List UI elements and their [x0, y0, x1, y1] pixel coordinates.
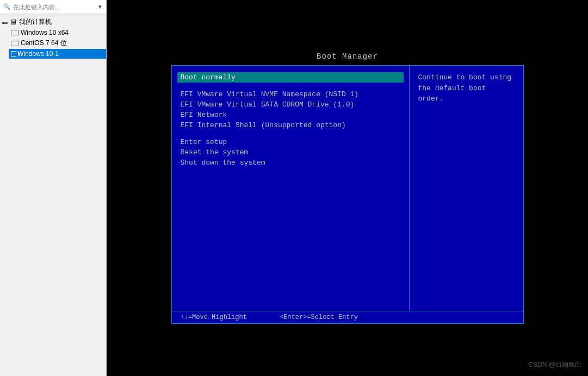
search-icon: 🔍: [3, 3, 11, 10]
vm-list: Windows 10 x64 CentOS 7 64 位 ▶ Windows 1…: [0, 28, 106, 59]
boot-menu-panel: Boot normally EFI VMware Virtual NVME Na…: [171, 65, 410, 311]
menu-item-efi-nvme[interactable]: EFI VMware Virtual NVME Namespace (NSID …: [181, 89, 400, 99]
main-area: Boot Manager Boot normally EFI VMware Vi…: [107, 0, 588, 376]
menu-item-boot-normally[interactable]: Boot normally: [177, 72, 404, 83]
menu-item-reset[interactable]: Reset the system: [181, 147, 400, 158]
menu-separator-1: [181, 83, 400, 89]
menu-item-efi-network[interactable]: EFI Network: [181, 110, 400, 120]
sidebar-item-win10x64[interactable]: Windows 10 x64: [9, 28, 106, 37]
sidebar-item-win10-1[interactable]: ▶ Windows 10-1: [9, 49, 106, 59]
tree-item-label: CentOS 7 64 位: [21, 39, 67, 48]
menu-item-shutdown[interactable]: Shut down the system: [181, 158, 400, 168]
tree-item-label: Windows 10-1: [17, 50, 59, 58]
search-input[interactable]: [13, 4, 97, 10]
menu-separator-2: [181, 130, 400, 137]
tree-item-label: Windows 10 x64: [21, 29, 69, 36]
boot-info-text: Continue to boot using the default boot …: [418, 73, 512, 103]
chevron-down-icon: ▼: [97, 4, 103, 10]
status-navigate: ↑↓=Move Highlight: [181, 314, 247, 321]
boot-status-bar: ↑↓=Move Highlight <Enter>=Select Entry: [171, 311, 524, 324]
boot-info-panel: Continue to boot using the default boot …: [410, 65, 524, 311]
boot-screen: Boot Manager Boot normally EFI VMware Vi…: [171, 52, 524, 324]
vm-icon: [11, 30, 18, 35]
boot-content: Boot normally EFI VMware Virtual NVME Na…: [171, 65, 524, 311]
status-select: <Enter>=Select Entry: [280, 314, 358, 321]
vm-tree: ▬ 🖥 我的计算机 Windows 10 x64 CentOS 7 64 位 ▶…: [0, 14, 106, 61]
sidebar: 🔍 ▼ ▬ 🖥 我的计算机 Windows 10 x64 CentOS 7 64…: [0, 0, 107, 376]
menu-item-enter-setup[interactable]: Enter setup: [181, 137, 400, 147]
tree-root-label: 我的计算机: [19, 17, 52, 27]
menu-item-efi-shell[interactable]: EFI Internal Shell (Unsupported option): [181, 120, 400, 130]
menu-item-efi-cdrom[interactable]: EFI VMware Virtual SATA CDROM Drive (1.0…: [181, 99, 400, 110]
vm-active-icon: ▶: [11, 51, 16, 57]
tree-root-my-computer[interactable]: ▬ 🖥 我的计算机: [0, 16, 106, 28]
boot-manager-title: Boot Manager: [317, 52, 378, 61]
sidebar-item-centos7[interactable]: CentOS 7 64 位: [9, 37, 106, 49]
computer-icon: 🖥: [10, 18, 17, 26]
watermark: CSDN @白幽幽白: [528, 360, 581, 369]
expand-icon: ▬: [2, 19, 9, 25]
vm-icon: [11, 41, 18, 46]
sidebar-search-bar[interactable]: 🔍 ▼: [0, 0, 106, 14]
